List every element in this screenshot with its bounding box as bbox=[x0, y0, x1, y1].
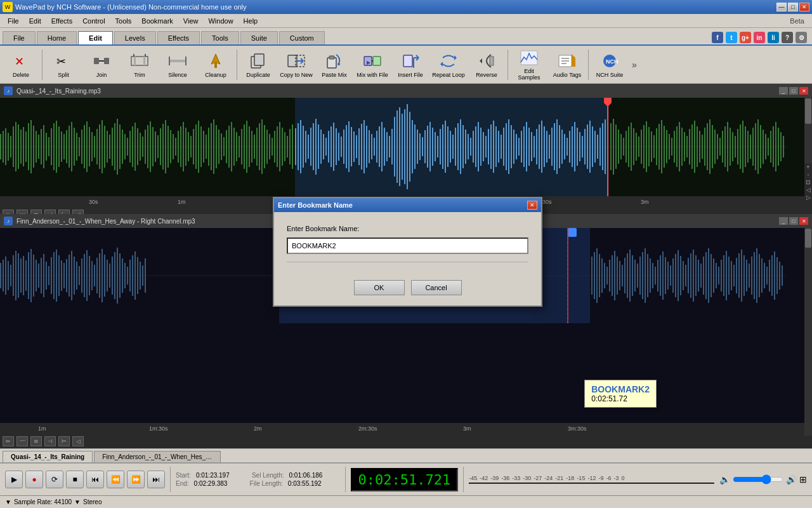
menu-edit[interactable]: Edit bbox=[24, 16, 46, 26]
paste-mix-button[interactable]: Paste Mix bbox=[316, 48, 353, 82]
track-1-zoom-fit[interactable]: ⊡ bbox=[804, 178, 812, 186]
svg-rect-49 bbox=[3, 131, 4, 163]
tab-custom[interactable]: Custom bbox=[279, 31, 325, 44]
track-2-noise[interactable]: ≋ bbox=[30, 436, 42, 446]
track-1-zoom-forward[interactable]: ▷ bbox=[804, 194, 812, 201]
svg-rect-99 bbox=[129, 131, 131, 163]
ok-button[interactable]: OK bbox=[354, 280, 405, 295]
track-1-maximize[interactable]: □ bbox=[789, 87, 798, 95]
menu-control[interactable]: Control bbox=[77, 16, 110, 26]
svg-rect-244 bbox=[495, 126, 497, 167]
svg-rect-253 bbox=[518, 138, 520, 156]
track-2-scrollbar-thumb[interactable] bbox=[805, 229, 811, 248]
trim-button[interactable]: Trim bbox=[121, 48, 158, 82]
bookmark-name-input[interactable]: BOOKMARK2 bbox=[287, 237, 528, 254]
silence-button[interactable]: Silence bbox=[159, 48, 196, 82]
menu-file[interactable]: File bbox=[3, 16, 24, 26]
svg-rect-381 bbox=[48, 266, 49, 285]
svg-rect-16 bbox=[254, 54, 264, 65]
svg-rect-202 bbox=[389, 136, 390, 157]
close-button[interactable]: ✕ bbox=[799, 3, 809, 11]
cleanup-button[interactable]: Cleanup bbox=[197, 48, 234, 82]
track-1-controls[interactable]: _ □ ✕ bbox=[779, 87, 808, 95]
menu-window[interactable]: Window bbox=[203, 16, 238, 26]
menu-view[interactable]: View bbox=[178, 16, 204, 26]
cancel-button[interactable]: Cancel bbox=[411, 280, 462, 295]
track-1-scrollbar-thumb[interactable] bbox=[805, 98, 811, 124]
duplicate-button[interactable]: Duplicate bbox=[240, 48, 277, 82]
repeat-loop-button[interactable]: Repeat Loop bbox=[430, 48, 467, 82]
svg-rect-394 bbox=[81, 258, 82, 293]
file-tab-2[interactable]: Finn_Anderson_-_01_-_When_Hes_Away - Ri bbox=[94, 451, 221, 462]
copy-to-new-button[interactable]: Copy to New bbox=[278, 48, 315, 82]
reverse-button[interactable]: Reverse bbox=[468, 48, 505, 82]
fast-forward-button[interactable]: ⏩ bbox=[127, 471, 145, 488]
twitter-icon[interactable]: t bbox=[726, 32, 737, 43]
linkedin-icon[interactable]: li bbox=[768, 32, 779, 43]
tab-effects[interactable]: Effects bbox=[157, 31, 200, 44]
tab-file[interactable]: File bbox=[3, 31, 36, 44]
split-button[interactable]: ✂ Split bbox=[45, 48, 82, 82]
svg-rect-126 bbox=[198, 121, 199, 173]
maximize-button[interactable]: □ bbox=[788, 3, 798, 11]
menu-effects[interactable]: Effects bbox=[46, 16, 77, 26]
menu-help[interactable]: Help bbox=[239, 16, 263, 26]
mix-with-file-button[interactable]: ▶ Mix with File bbox=[354, 48, 391, 82]
track-2-maximize[interactable]: □ bbox=[789, 217, 798, 225]
to-start-button[interactable]: ⏮ bbox=[86, 471, 104, 488]
track-1-waveform[interactable] bbox=[0, 98, 812, 196]
track-2-arrow[interactable]: ◁ bbox=[72, 436, 84, 446]
tab-levels[interactable]: Levels bbox=[114, 31, 156, 44]
file-tab-1[interactable]: Quasi-_14_-_Its_Raining bbox=[3, 451, 93, 462]
facebook-icon[interactable]: f bbox=[712, 32, 723, 43]
track-2-wave[interactable]: 〰 bbox=[16, 436, 28, 446]
tab-home[interactable]: Home bbox=[37, 31, 77, 44]
track-1-zoom-plus[interactable]: + bbox=[804, 163, 812, 171]
track-2-controls[interactable]: _ □ ✕ bbox=[779, 217, 808, 225]
settings-icon[interactable]: ⚙ bbox=[796, 32, 807, 43]
play-button[interactable]: ▶ bbox=[5, 471, 23, 488]
track-1-zoom-back[interactable]: ◁ bbox=[804, 186, 812, 194]
stop-button[interactable]: ■ bbox=[66, 471, 84, 488]
track-2-close[interactable]: ✕ bbox=[799, 217, 808, 225]
track-1-zoom-minus[interactable]: - bbox=[804, 171, 812, 178]
volume-slider[interactable] bbox=[733, 474, 783, 485]
dialog-close-button[interactable]: ✕ bbox=[527, 201, 537, 210]
window-controls[interactable]: — □ ✕ bbox=[776, 3, 809, 11]
rewind-button[interactable]: ⏪ bbox=[107, 471, 124, 488]
svg-rect-185 bbox=[346, 125, 347, 168]
track-2-align-left[interactable]: ⊣ bbox=[44, 436, 56, 446]
svg-rect-322 bbox=[694, 121, 695, 173]
track-1-minimize[interactable]: _ bbox=[779, 87, 788, 95]
menu-tools[interactable]: Tools bbox=[110, 16, 137, 26]
google-icon[interactable]: g+ bbox=[740, 32, 751, 43]
track-2-pencil[interactable]: ✏ bbox=[3, 436, 14, 446]
to-end-button[interactable]: ⏭ bbox=[147, 471, 165, 488]
loop-button[interactable]: ⟳ bbox=[46, 471, 63, 488]
svg-rect-391 bbox=[74, 257, 75, 295]
audio-tags-button[interactable]: Audio Tags bbox=[549, 48, 586, 82]
svg-rect-121 bbox=[185, 128, 187, 166]
edit-samples-button[interactable]: Edit Samples bbox=[511, 48, 547, 82]
toolbar-expand[interactable]: » bbox=[629, 48, 639, 82]
record-button[interactable]: ● bbox=[25, 471, 43, 488]
nch-suite-button[interactable]: NCH NCH Suite bbox=[591, 48, 628, 82]
minimize-button[interactable]: — bbox=[776, 3, 787, 11]
delete-button[interactable]: ✕ Delete bbox=[3, 48, 39, 82]
help-icon[interactable]: ? bbox=[782, 32, 793, 43]
svg-rect-94 bbox=[117, 119, 118, 175]
svg-rect-397 bbox=[89, 256, 90, 295]
track-1-close[interactable]: ✕ bbox=[799, 87, 808, 95]
svg-rect-87 bbox=[99, 124, 100, 169]
track-2-minimize[interactable]: _ bbox=[779, 217, 788, 225]
insert-file-button[interactable]: Insert File bbox=[392, 48, 429, 82]
track-2-scrollbar[interactable] bbox=[804, 228, 812, 436]
tab-suite[interactable]: Suite bbox=[240, 31, 278, 44]
menu-bookmark[interactable]: Bookmark bbox=[136, 16, 178, 26]
track-2-align-right[interactable]: ⊢ bbox=[58, 436, 70, 446]
join-button[interactable]: Join bbox=[83, 48, 120, 82]
instagram-icon[interactable]: in bbox=[754, 32, 765, 43]
tab-tools[interactable]: Tools bbox=[201, 31, 239, 44]
svg-rect-400 bbox=[96, 258, 98, 293]
tab-edit[interactable]: Edit bbox=[78, 31, 113, 44]
